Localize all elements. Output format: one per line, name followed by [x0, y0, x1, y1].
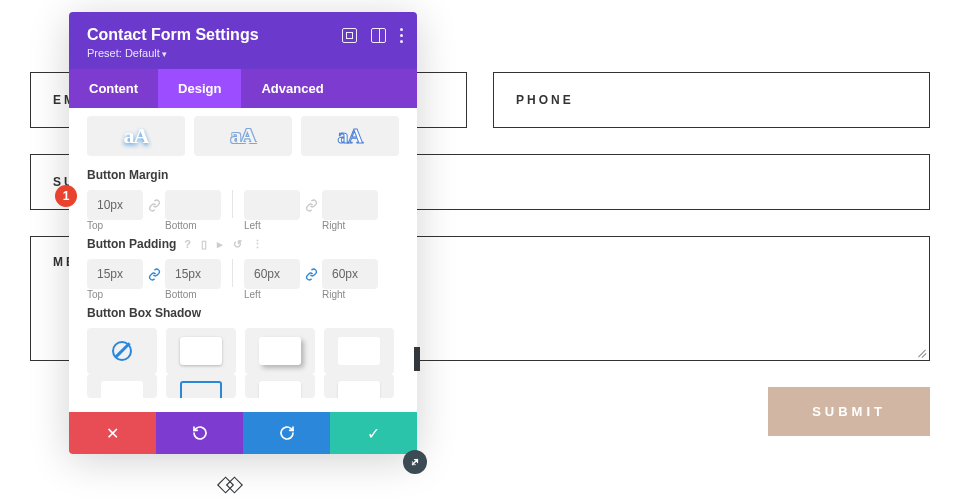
padding-left-input[interactable]	[244, 259, 300, 289]
button-padding-label: Button Padding ? ▯ ▸ ↺ ⋮	[87, 237, 399, 251]
text-style-option-3[interactable]: aA	[301, 116, 399, 156]
bottom-label: Bottom	[165, 289, 221, 300]
divi-logo-icon[interactable]	[213, 475, 247, 495]
more-icon[interactable]: ⋮	[252, 239, 263, 250]
margin-left-input[interactable]	[244, 190, 300, 220]
help-icon[interactable]: ?	[184, 239, 191, 250]
kebab-menu-icon[interactable]	[400, 28, 403, 43]
button-box-shadow-label: Button Box Shadow	[87, 306, 399, 320]
left-label: Left	[244, 289, 300, 300]
save-button[interactable]: ✓	[330, 412, 417, 454]
margin-right-input[interactable]	[322, 190, 378, 220]
undo-button[interactable]	[156, 412, 243, 454]
tab-content[interactable]: Content	[69, 69, 158, 108]
preset-dropdown[interactable]: Preset: Default	[87, 47, 399, 59]
columns-icon[interactable]	[371, 28, 386, 43]
panel-tabs: Content Design Advanced	[69, 69, 417, 108]
margin-top-input[interactable]	[87, 190, 143, 220]
hover-icon[interactable]: ▸	[217, 239, 223, 250]
top-label: Top	[87, 220, 143, 231]
redo-button[interactable]	[243, 412, 330, 454]
divider	[232, 190, 233, 218]
link-icon[interactable]	[143, 259, 165, 289]
left-label: Left	[244, 220, 300, 231]
bottom-label: Bottom	[165, 220, 221, 231]
panel-header: Contact Form Settings Preset: Default	[69, 12, 417, 69]
panel-body: aA aA aA Button Margin TopBottom	[69, 108, 417, 412]
option-mini-icons: ? ▯ ▸ ↺ ⋮	[184, 239, 263, 250]
padding-label-text: Button Padding	[87, 237, 176, 251]
tab-advanced[interactable]: Advanced	[241, 69, 343, 108]
button-padding-controls: TopBottom LeftRight	[87, 259, 399, 300]
annotation-badge-1: 1	[55, 185, 77, 207]
button-margin-label: Button Margin	[87, 168, 399, 182]
padding-top-input[interactable]	[87, 259, 143, 289]
shadow-option-4[interactable]	[324, 328, 394, 374]
device-icon[interactable]: ▯	[201, 239, 207, 250]
focus-icon[interactable]	[342, 28, 357, 43]
expand-panel-button[interactable]	[403, 450, 427, 474]
panel-footer: ✕ ✓	[69, 412, 417, 454]
top-label: Top	[87, 289, 143, 300]
submit-button[interactable]: SUBMIT	[768, 387, 930, 436]
shadow-option-none[interactable]	[87, 328, 157, 374]
shadow-option-7[interactable]	[245, 374, 315, 398]
settings-panel: Contact Form Settings Preset: Default Co…	[69, 12, 417, 454]
padding-right-input[interactable]	[322, 259, 378, 289]
shadow-option-3[interactable]	[245, 328, 315, 374]
shadow-option-2[interactable]	[166, 328, 236, 374]
none-icon	[112, 341, 132, 361]
button-margin-controls: TopBottom LeftRight	[87, 190, 399, 231]
divider	[232, 259, 233, 287]
reset-icon[interactable]: ↺	[233, 239, 242, 250]
link-icon[interactable]	[300, 259, 322, 289]
phone-field[interactable]: PHONE	[493, 72, 930, 128]
shadow-option-5[interactable]	[87, 374, 157, 398]
padding-bottom-input[interactable]	[165, 259, 221, 289]
shadow-option-6[interactable]	[166, 374, 236, 398]
module-handle-stub	[414, 347, 420, 371]
shadow-option-8[interactable]	[324, 374, 394, 398]
text-style-option-2[interactable]: aA	[194, 116, 292, 156]
textarea-resize-handle[interactable]	[916, 347, 926, 357]
cancel-button[interactable]: ✕	[69, 412, 156, 454]
margin-bottom-input[interactable]	[165, 190, 221, 220]
text-style-option-1[interactable]: aA	[87, 116, 185, 156]
right-label: Right	[322, 220, 378, 231]
tab-design[interactable]: Design	[158, 69, 241, 108]
right-label: Right	[322, 289, 378, 300]
link-icon[interactable]	[143, 190, 165, 220]
link-icon[interactable]	[300, 190, 322, 220]
